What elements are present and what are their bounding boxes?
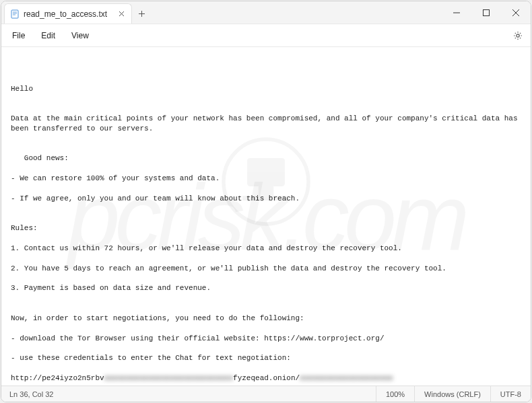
tab-close-icon[interactable] — [117, 9, 126, 19]
text-line: Data at the main critical points of your… — [11, 114, 521, 134]
menu-edit[interactable]: Edit — [33, 27, 63, 44]
status-position[interactable]: Ln 36, Col 32 — [1, 390, 376, 398]
tab-area: read_me_to_access.txt — [1, 1, 151, 24]
status-zoom[interactable]: 100% — [376, 386, 414, 402]
new-tab-button[interactable] — [132, 3, 151, 24]
editor-content[interactable]: pcrisk.com Hello Data at the main critic… — [1, 47, 531, 386]
text-line: - use these credentials to enter the Cha… — [11, 353, 521, 363]
text-line: - If we agree, only you and our team wil… — [11, 194, 521, 204]
text-line: 1. Contact us within 72 hours, or we'll … — [11, 244, 521, 254]
text-line: Now, in order to start negotiations, you… — [11, 314, 521, 324]
text-line: 3. Payment is based on data size and rev… — [11, 283, 521, 293]
text-line: - We can restore 100% of your systems an… — [11, 174, 521, 184]
svg-rect-5 — [484, 10, 490, 16]
text-line: Good news: — [11, 153, 521, 163]
text-line: Hello — [11, 84, 521, 94]
minimize-button[interactable] — [442, 1, 471, 24]
titlebar[interactable]: read_me_to_access.txt — [1, 1, 531, 24]
gear-icon — [512, 30, 523, 41]
maximize-button[interactable] — [471, 1, 501, 24]
window-controls — [442, 1, 531, 24]
text-line: - download the Tor Browser using their o… — [11, 334, 521, 344]
text-line: http://pe24iyzo2n5rbvxxxxxxxxxxxxxxxxxxx… — [11, 373, 521, 383]
menubar: File Edit View — [1, 24, 531, 47]
file-tab[interactable]: read_me_to_access.txt — [4, 3, 132, 24]
svg-rect-0 — [11, 10, 18, 18]
notepad-window: read_me_to_access.txt File Edit V — [1, 1, 531, 402]
status-encoding[interactable]: UTF-8 — [490, 386, 531, 402]
svg-point-6 — [517, 34, 519, 36]
titlebar-drag-area[interactable] — [151, 1, 442, 24]
settings-button[interactable] — [508, 26, 528, 46]
text-line: Rules: — [11, 223, 521, 233]
status-line-ending[interactable]: Windows (CRLF) — [414, 386, 490, 402]
text-line: 2. You have 5 days to reach an agreement… — [11, 264, 521, 274]
statusbar: Ln 36, Col 32 100% Windows (CRLF) UTF-8 — [1, 386, 531, 402]
menu-view[interactable]: View — [63, 27, 97, 44]
watermark-text: pcrisk.com — [68, 153, 465, 280]
tab-title: read_me_to_access.txt — [24, 9, 112, 19]
menu-file[interactable]: File — [4, 27, 33, 44]
close-button[interactable] — [501, 1, 531, 24]
notepad-icon — [10, 9, 20, 19]
